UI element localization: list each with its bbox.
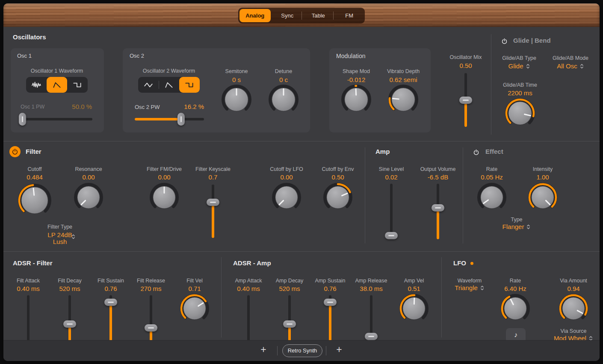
tab-table[interactable]: Table — [303, 8, 334, 23]
cutoff-knob[interactable] — [16, 182, 53, 219]
toolbar-divider — [277, 346, 278, 355]
osc1-pw-value[interactable]: 50.0 % — [53, 103, 92, 110]
sine-level-slider-handle[interactable] — [385, 232, 398, 239]
amp-vel-knob[interactable] — [397, 292, 431, 325]
via-amount-value[interactable]: 0.94 — [544, 285, 600, 292]
oscillator-mix-slider[interactable] — [464, 73, 467, 127]
engine-tab-bar: Analog Sync Table FM — [238, 8, 365, 23]
tab-sync[interactable]: Sync — [272, 8, 303, 23]
via-source-popup[interactable]: Mod Wheel — [539, 335, 600, 341]
effect-type-label: Type — [487, 217, 547, 223]
filt-release-slider[interactable] — [150, 295, 152, 341]
osc1-panel: Osc 1 Oscillator 1 Waveform Osc 1 PW 50.… — [11, 48, 104, 132]
row-divider — [3, 141, 600, 141]
sine-level-slider[interactable] — [390, 184, 393, 239]
intensity-value[interactable]: 1.00 — [513, 173, 573, 181]
filt-decay-slider-handle[interactable] — [63, 320, 76, 328]
tab-divider — [333, 12, 334, 20]
amp-attack-slider[interactable] — [247, 295, 250, 341]
filter-type-value-line2[interactable]: Lush — [30, 238, 90, 245]
filt-decay-slider[interactable] — [68, 295, 71, 341]
effect-type-popup[interactable]: Flanger — [482, 223, 551, 230]
lfo-rate-label: Rate — [485, 278, 545, 284]
amp-sustain-slider[interactable] — [329, 295, 331, 341]
osc2-waveform-triangle-button[interactable] — [138, 77, 159, 93]
via-source-value: Mod Wheel — [554, 335, 586, 341]
output-volume-slider[interactable] — [437, 184, 439, 239]
filter-keyscale-value[interactable]: 0.7 — [183, 173, 243, 181]
plugin-name-button[interactable]: Retro Synth — [282, 344, 322, 357]
glide-time-knob[interactable] — [503, 96, 537, 130]
cutoff-label: Cutoff — [5, 166, 65, 172]
tab-analog-label: Analog — [245, 12, 264, 19]
glide-mode-popup[interactable]: All Osc — [536, 62, 600, 70]
osc2-waveform-saw-button[interactable] — [159, 77, 179, 93]
output-volume-value[interactable]: -6.5 dB — [408, 173, 468, 181]
cutoff-by-lfo-value[interactable]: 0.00 — [257, 173, 316, 181]
add-patch-left-button[interactable]: + — [258, 344, 269, 355]
amp-decay-slider[interactable] — [288, 295, 291, 341]
amp-section-title: Amp — [375, 148, 390, 155]
modulation-panel: Modulation Shape Mod -0.012 Vibrato Dept… — [329, 48, 431, 132]
tab-fm[interactable]: FM — [334, 8, 365, 23]
resonance-knob[interactable] — [72, 181, 105, 214]
effect-rate-knob[interactable] — [475, 181, 508, 214]
amp-vel-label: Amp Vel — [384, 278, 444, 284]
lfo-rate-knob[interactable] — [499, 292, 532, 325]
cutoff-by-env-value[interactable]: 0.50 — [308, 173, 368, 181]
filt-sustain-slider-handle[interactable] — [104, 299, 117, 306]
glide-power-button[interactable] — [500, 36, 509, 46]
semitone-knob[interactable] — [219, 82, 254, 117]
shape-mod-knob[interactable] — [339, 82, 373, 117]
osc1-waveform-saw-button[interactable] — [47, 77, 67, 93]
osc1-pw-slider-handle[interactable] — [19, 113, 26, 126]
filt-attack-slider[interactable] — [27, 295, 30, 341]
resonance-value[interactable]: 0.00 — [59, 173, 118, 181]
amp-decay-slider-handle[interactable] — [283, 320, 296, 328]
filter-fm-drive-knob[interactable] — [148, 181, 181, 214]
filter-keyscale-slider-handle[interactable] — [207, 199, 219, 206]
detune-knob[interactable] — [266, 82, 301, 117]
updown-chevron-icon[interactable] — [71, 233, 76, 240]
section-divider — [365, 147, 365, 244]
osc1-waveform-label: Oscillator 1 Waveform — [27, 68, 87, 74]
filt-vel-knob[interactable] — [178, 292, 211, 325]
via-amount-label: Via Amount — [544, 278, 600, 284]
lfo-sync-note-button[interactable]: ♪ — [506, 328, 526, 341]
vibrato-depth-knob[interactable] — [386, 82, 420, 117]
filt-release-slider-handle[interactable] — [145, 324, 157, 332]
filt-vel-value[interactable]: 0.71 — [165, 285, 225, 292]
glide-time-label: Glide/AB Time — [490, 82, 550, 88]
slider-fill — [464, 100, 467, 127]
filter-type-value-line1[interactable]: LP 24dB — [30, 231, 90, 238]
amp-release-slider[interactable] — [370, 295, 372, 341]
amp-vel-value[interactable]: 0.51 — [384, 285, 444, 292]
cutoff-value[interactable]: 0.484 — [5, 173, 65, 181]
tab-fm-label: FM — [345, 12, 353, 19]
osc2-pw-slider-handle[interactable] — [177, 113, 185, 126]
intensity-knob[interactable] — [526, 181, 559, 214]
osc1-waveform-square-button[interactable] — [67, 77, 88, 93]
filter-power-button[interactable] — [9, 146, 21, 157]
oscillator-mix-slider-handle[interactable] — [459, 97, 472, 104]
osc2-waveform-square-button[interactable] — [179, 77, 200, 93]
glide-time-value[interactable]: 2200 ms — [490, 89, 550, 97]
output-volume-slider-handle[interactable] — [432, 204, 444, 211]
amp-release-slider-handle[interactable] — [365, 333, 378, 340]
cutoff-by-env-knob[interactable] — [321, 181, 355, 214]
effect-power-button[interactable] — [472, 148, 480, 156]
add-patch-right-button[interactable]: + — [334, 344, 345, 355]
tab-sync-label: Sync — [281, 12, 293, 19]
osc1-waveform-noise-button[interactable] — [26, 77, 47, 93]
filt-sustain-slider[interactable] — [109, 295, 112, 341]
amp-sustain-slider-handle[interactable] — [324, 299, 337, 306]
filter-keyscale-slider[interactable] — [212, 185, 214, 238]
osc2-pw-slider[interactable] — [135, 118, 204, 120]
via-amount-knob[interactable] — [557, 292, 590, 325]
tab-analog[interactable]: Analog — [239, 9, 271, 22]
oscillator-mix-label: Oscillator Mix — [436, 54, 496, 60]
lfo-rate-value[interactable]: 6.40 Hz — [485, 285, 545, 292]
osc2-pw-value[interactable]: 16.2 % — [174, 103, 204, 110]
osc1-pw-slider[interactable] — [21, 118, 92, 120]
cutoff-by-lfo-knob[interactable] — [270, 181, 303, 214]
